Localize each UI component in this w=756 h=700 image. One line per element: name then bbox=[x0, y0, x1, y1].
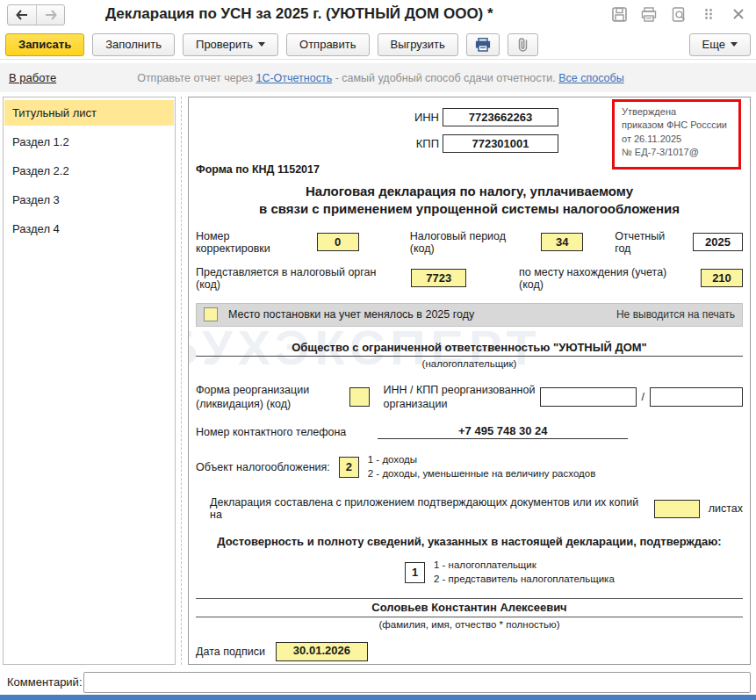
reporting-link[interactable]: 1С-Отчетность bbox=[256, 72, 332, 84]
period-label: Налоговый период (код) bbox=[410, 230, 530, 255]
registration-change-checkbox[interactable] bbox=[204, 307, 218, 321]
authority-label: Представляется в налоговый орган (код) bbox=[196, 266, 399, 291]
sidebar-item-section-1-2[interactable]: Раздел 1.2 bbox=[4, 129, 174, 155]
location-label: по месту нахождения (учета) (код) bbox=[519, 266, 690, 291]
declaration-title-line1: Налоговая декларация по налогу, уплачива… bbox=[196, 183, 743, 200]
pages-suffix: листах bbox=[709, 502, 743, 515]
check-button[interactable]: Проверить bbox=[183, 33, 278, 56]
chevron-down-icon bbox=[258, 42, 265, 47]
sidebar-item-title-page[interactable]: Титульный лист bbox=[4, 100, 174, 126]
approval-line: приказом ФНС Росссии bbox=[622, 119, 735, 132]
inn-label: ИНН bbox=[402, 111, 439, 124]
year-label: Отчетный год bbox=[615, 230, 682, 255]
reorg-kpp-field[interactable] bbox=[650, 387, 743, 407]
signer-caption: (фамилия, имя, отчество * полностью) bbox=[196, 619, 743, 630]
org-name: Общество с ограниченной ответственностью… bbox=[196, 341, 743, 357]
approval-line: № ЕД-7-3/1017@ bbox=[622, 146, 735, 159]
panel-splitter[interactable] bbox=[181, 97, 182, 665]
toolbar: Записать Заполнить Проверить Отправить В… bbox=[0, 30, 756, 60]
confirmer-options: 1 - налогоплательщик 2 - представитель н… bbox=[434, 559, 615, 586]
close-icon[interactable] bbox=[730, 5, 747, 23]
sidebar-item-section-2-2[interactable]: Раздел 2.2 bbox=[4, 158, 174, 184]
registration-change-label: Место постановки на учет менялось в 2025… bbox=[228, 308, 474, 321]
kpp-label: КПП bbox=[402, 137, 439, 150]
phone-label: Номер контактного телефона bbox=[196, 426, 346, 438]
confirmer-option1: 1 - налогоплательщик bbox=[434, 559, 615, 573]
print-icon[interactable] bbox=[640, 5, 658, 23]
sign-date-label: Дата подписи bbox=[196, 646, 265, 658]
promo-text-2: - самый удобный способ сдачи отчетности. bbox=[332, 72, 558, 84]
tax-object-options: 1 - доходы 2 - доходы, уменьшенные на ве… bbox=[368, 453, 595, 480]
confirmer-field[interactable]: 1 bbox=[405, 562, 425, 583]
reorg-label-line2: (ликвидация) (код) bbox=[196, 398, 291, 410]
attach-button[interactable] bbox=[508, 33, 538, 56]
reporting-promo-text: Отправьте отчет через 1С-Отчетность - са… bbox=[137, 72, 623, 84]
approval-line: Утверждена bbox=[622, 105, 735, 119]
reorg-inn-label-line1: ИНН / КПП реорганизованной bbox=[384, 384, 536, 396]
slash-separator: / bbox=[642, 391, 644, 403]
signer-name: Соловьев Константин Алексеевич bbox=[196, 599, 743, 617]
paperclip-icon bbox=[516, 37, 529, 52]
confirmation-title: Достоверность и полноту сведений, указан… bbox=[196, 535, 743, 548]
print-button[interactable] bbox=[466, 33, 500, 56]
preview-icon[interactable] bbox=[670, 5, 688, 23]
correction-label: Номер корректировки bbox=[196, 230, 305, 255]
forward-button[interactable] bbox=[36, 5, 64, 25]
reorg-inn-label-line2: организации bbox=[384, 398, 448, 410]
promo-text-1: Отправьте отчет через bbox=[137, 72, 256, 84]
forward-arrow-icon bbox=[44, 10, 58, 20]
status-bar: В работе Отправьте отчет через 1С-Отчетн… bbox=[0, 63, 756, 92]
approval-line: от 26.11.2025 bbox=[622, 133, 735, 146]
send-button[interactable]: Отправить bbox=[286, 33, 369, 56]
window-titlebar: Декларация по УСН за 2025 г. (УЮТНЫЙ ДОМ… bbox=[0, 0, 756, 30]
correction-field[interactable]: 0 bbox=[317, 233, 359, 251]
not-printed-note: Не выводится на печать bbox=[616, 308, 735, 321]
tax-object-option2: 2 - доходы, уменьшенные на величину расх… bbox=[368, 467, 595, 481]
back-button[interactable] bbox=[8, 5, 36, 25]
period-field[interactable]: 34 bbox=[541, 233, 583, 251]
more-dots-icon[interactable] bbox=[700, 5, 717, 23]
unload-button[interactable]: Выгрузить bbox=[378, 33, 458, 56]
back-arrow-icon bbox=[15, 10, 29, 20]
tax-object-field[interactable]: 2 bbox=[339, 457, 359, 478]
save-icon[interactable] bbox=[610, 5, 628, 23]
sign-date-field[interactable]: 30.01.2026 bbox=[276, 642, 368, 661]
chevron-down-icon bbox=[731, 42, 738, 47]
comment-row: Комментарий: bbox=[0, 672, 756, 695]
check-button-label: Проверить bbox=[196, 38, 253, 51]
window-bottom-edge bbox=[0, 695, 756, 700]
inn-field[interactable]: 7723662263 bbox=[443, 108, 558, 126]
sidebar-item-section-3[interactable]: Раздел 3 bbox=[4, 187, 174, 213]
more-button[interactable]: Еще bbox=[689, 33, 751, 56]
registration-change-bar: Место постановки на учет менялось в 2025… bbox=[196, 303, 743, 327]
more-button-label: Еще bbox=[702, 38, 725, 51]
phone-field[interactable]: +7 495 748 30 24 bbox=[378, 424, 628, 439]
declaration-form: БУХЭКСПЕРТ Утверждена приказом ФНС Россс… bbox=[188, 97, 751, 665]
tax-object-label: Объект налогообложения: bbox=[196, 461, 330, 473]
pages-label: Декларация составлена с приложением подт… bbox=[210, 496, 645, 521]
approval-annotation-box: Утверждена приказом ФНС Росссии от 26.11… bbox=[612, 99, 741, 170]
reorg-inn-field[interactable] bbox=[540, 387, 637, 407]
fill-button[interactable]: Заполнить bbox=[92, 33, 175, 56]
printer-icon bbox=[475, 38, 491, 52]
authority-field[interactable]: 7723 bbox=[411, 269, 466, 287]
reorg-code-field[interactable] bbox=[349, 387, 370, 407]
all-methods-link[interactable]: Все способы bbox=[558, 72, 623, 84]
pages-field[interactable] bbox=[654, 500, 699, 518]
reorg-label: Форма реорганизации (ликвидация) (код) bbox=[196, 383, 325, 412]
tax-object-option1: 1 - доходы bbox=[368, 453, 595, 467]
confirmer-option2: 2 - представитель налогоплательщика bbox=[434, 573, 615, 587]
page-title: Декларация по УСН за 2025 г. (УЮТНЫЙ ДОМ… bbox=[105, 5, 493, 23]
reorg-label-line1: Форма реорганизации bbox=[196, 384, 309, 396]
location-field[interactable]: 210 bbox=[701, 269, 743, 287]
save-button[interactable]: Записать bbox=[5, 33, 84, 56]
year-field[interactable]: 2025 bbox=[693, 233, 743, 251]
kpp-field[interactable]: 772301001 bbox=[443, 134, 558, 153]
sections-sidebar: Титульный лист Раздел 1.2 Раздел 2.2 Раз… bbox=[3, 97, 176, 665]
sidebar-item-section-4[interactable]: Раздел 4 bbox=[4, 216, 174, 242]
reorg-inn-label: ИНН / КПП реорганизованной организации bbox=[384, 383, 540, 412]
comment-label: Комментарий: bbox=[7, 675, 83, 689]
org-caption: (налогоплательщик) bbox=[196, 358, 743, 369]
comment-input[interactable] bbox=[83, 672, 751, 693]
status-link[interactable]: В работе bbox=[9, 71, 56, 84]
